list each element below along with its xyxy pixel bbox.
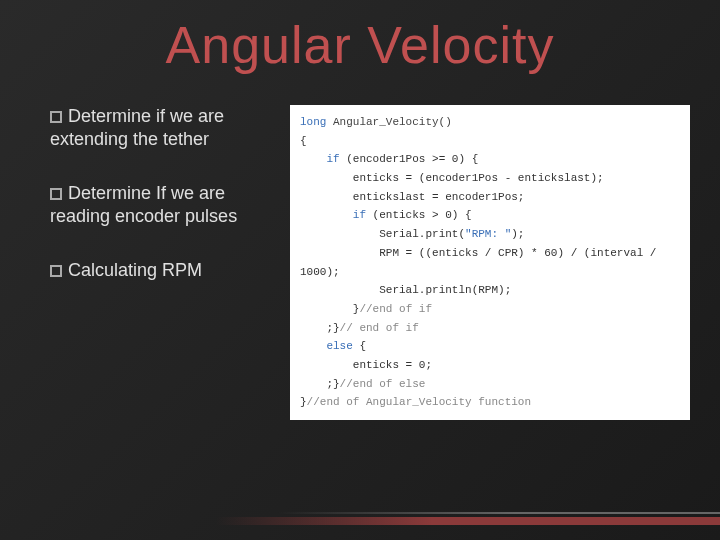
slide-content: Determine if we are extending the tether… <box>0 95 720 430</box>
bullet-text: Determine if we are extending the tether <box>50 106 224 149</box>
bullet-icon <box>50 265 62 277</box>
code-keyword: if <box>300 153 340 165</box>
bullet-text: Determine If we are reading encoder puls… <box>50 183 237 226</box>
bullet-list: Determine if we are extending the tether… <box>50 105 270 420</box>
code-text: (enticks > 0) { <box>366 209 472 221</box>
decorative-line <box>0 517 720 525</box>
code-text: Serial.println(RPM); <box>300 284 511 296</box>
bullet-item: Calculating RPM <box>50 259 270 282</box>
code-keyword: long <box>300 116 326 128</box>
code-text: { <box>353 340 366 352</box>
code-comment: // end of if <box>340 322 419 334</box>
code-text: ;} <box>300 378 340 390</box>
code-text: Angular_Velocity() <box>326 116 451 128</box>
bullet-icon <box>50 188 62 200</box>
decorative-line <box>40 512 720 514</box>
code-text: enticks = 0; <box>300 359 432 371</box>
code-string: "RPM: " <box>465 228 511 240</box>
code-text: } <box>300 396 307 408</box>
bullet-icon <box>50 111 62 123</box>
code-text: ); <box>511 228 524 240</box>
bullet-text: Calculating RPM <box>68 260 202 280</box>
code-keyword: if <box>300 209 366 221</box>
code-text: (encoder1Pos >= 0) { <box>340 153 479 165</box>
code-keyword: else <box>300 340 353 352</box>
code-text: entickslast = encoder1Pos; <box>300 191 524 203</box>
code-comment: //end of else <box>340 378 426 390</box>
code-text: { <box>300 135 307 147</box>
bullet-item: Determine If we are reading encoder puls… <box>50 182 270 229</box>
code-text: RPM = ((enticks / CPR) * 60) / (interval… <box>300 247 663 278</box>
code-text: enticks = (encoder1Pos - entickslast); <box>300 172 604 184</box>
code-block: long Angular_Velocity() { if (encoder1Po… <box>290 105 690 420</box>
code-text: Serial.print( <box>300 228 465 240</box>
code-text: } <box>300 303 359 315</box>
bullet-item: Determine if we are extending the tether <box>50 105 270 152</box>
code-comment: //end of if <box>359 303 432 315</box>
slide-title: Angular Velocity <box>0 0 720 95</box>
code-content: long Angular_Velocity() { if (encoder1Po… <box>300 113 680 412</box>
code-text: ;} <box>300 322 340 334</box>
code-comment: //end of Angular_Velocity function <box>307 396 531 408</box>
